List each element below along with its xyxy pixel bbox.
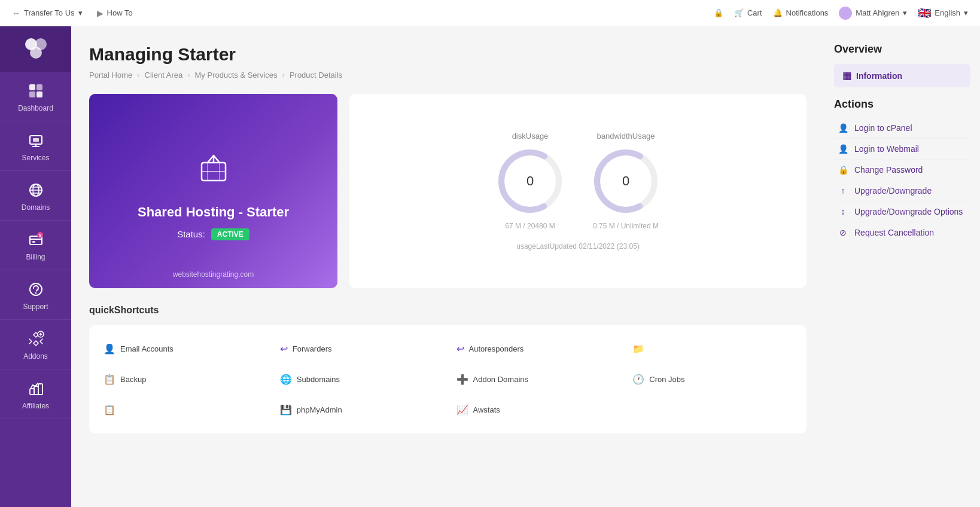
- breadcrumb: Portal Home › Client Area › My Products …: [89, 71, 806, 80]
- user-nav[interactable]: Matt Ahlgren ▾: [839, 7, 907, 20]
- cart-nav[interactable]: 🛒 Cart: [734, 8, 762, 17]
- action-label-upgrade-downgrade: Upgrade/Downgrade: [854, 186, 932, 196]
- request-cancellation-icon: ⊘: [838, 228, 848, 237]
- shortcut-label-autoresponders: Autoresponders: [469, 344, 524, 353]
- bandwidth-gauge: 0: [590, 145, 662, 217]
- backup-icon: 📋: [104, 374, 115, 385]
- sidebar-label-dashboard: Dashboard: [18, 104, 53, 112]
- change-password-icon: 🔒: [838, 165, 848, 175]
- breadcrumb-client[interactable]: Client Area: [145, 71, 183, 80]
- hosting-card-icon: [193, 149, 235, 194]
- bandwidth-label: bandwidthUsage: [597, 132, 655, 141]
- bandwidth-usage-item: bandwidthUsage 0 0.75 M / Unlimited M: [590, 132, 662, 230]
- svg-rect-27: [34, 386, 38, 395]
- bell-icon: 🔔: [773, 8, 783, 17]
- language-label: English: [935, 8, 960, 17]
- login-webmail-icon: 👤: [838, 144, 848, 154]
- shortcut-subdomains[interactable]: 🌐 Subdomains: [272, 368, 448, 391]
- breadcrumb-details[interactable]: Product Details: [290, 71, 342, 80]
- svg-rect-18: [32, 241, 35, 243]
- shortcut-backup[interactable]: 📋 Backup: [95, 368, 272, 391]
- login-cpanel-icon: 👤: [838, 123, 848, 133]
- sidebar-logo[interactable]: [0, 26, 71, 72]
- top-navigation: ↔ Transfer To Us ▾ ▶ How To 🔒 🛒 Cart 🔔 N…: [0, 0, 980, 26]
- action-upgrade-downgrade-options[interactable]: ↕ Upgrade/Downgrade Options: [834, 201, 970, 222]
- shortcut-cron-jobs[interactable]: 🕐 Cron Jobs: [624, 368, 801, 391]
- howto-icon: ▶: [97, 8, 104, 18]
- sidebar-item-affiliates[interactable]: Affiliates: [0, 369, 71, 419]
- shortcut-autoresponders[interactable]: ↩ Autoresponders: [448, 337, 625, 361]
- howto-label: How To: [107, 8, 133, 17]
- phpmyadmin-icon: 💾: [280, 404, 292, 416]
- action-change-password[interactable]: 🔒 Change Password: [834, 160, 970, 181]
- action-upgrade-downgrade[interactable]: ↑ Upgrade/Downgrade: [834, 181, 970, 201]
- user-label: Matt Ahlgren: [856, 8, 899, 17]
- action-label-login-cpanel: Login to cPanel: [854, 123, 912, 133]
- action-label-change-password: Change Password: [854, 165, 923, 175]
- shortcut-folder[interactable]: 📁: [624, 337, 801, 361]
- user-dropdown-icon: ▾: [903, 8, 907, 17]
- flag-icon: 🇬🇧: [918, 7, 931, 20]
- sidebar-item-addons[interactable]: Addons: [0, 320, 71, 369]
- hosting-title: Shared Hosting - Starter: [138, 204, 289, 220]
- shortcuts-title: quickShortcuts: [89, 305, 806, 316]
- right-panel: Overview ▦ Information Actions 👤 Login t…: [824, 26, 980, 507]
- cart-label: Cart: [747, 8, 762, 17]
- information-grid-icon: ▦: [842, 70, 851, 81]
- svg-rect-28: [38, 384, 42, 395]
- shortcut-email-accounts[interactable]: 👤 Email Accounts: [95, 337, 272, 361]
- shortcut-row3-1[interactable]: 📋: [95, 398, 272, 422]
- svg-rect-4: [36, 84, 42, 90]
- shortcut-label-awstats: Awstats: [473, 405, 500, 414]
- sidebar-item-services[interactable]: Services: [0, 121, 71, 171]
- transfer-to-us-nav[interactable]: ↔ Transfer To Us ▾: [12, 8, 83, 18]
- actions-title: Actions: [834, 98, 970, 111]
- sidebar-item-billing[interactable]: $ Billing: [0, 221, 71, 270]
- language-nav[interactable]: 🇬🇧 English ▾: [918, 7, 968, 20]
- row3-1-icon: 📋: [104, 404, 115, 416]
- action-login-cpanel[interactable]: 👤 Login to cPanel: [834, 118, 970, 139]
- svg-point-2: [30, 47, 42, 59]
- sidebar: Dashboard Services Domains: [0, 26, 71, 507]
- status-badge: ACTIVE: [211, 228, 249, 240]
- action-login-webmail[interactable]: 👤 Login to Webmail: [834, 139, 970, 160]
- addon-domains-icon: ➕: [456, 374, 468, 385]
- sidebar-label-addons: Addons: [23, 352, 48, 361]
- sidebar-item-domains[interactable]: Domains: [0, 171, 71, 221]
- user-avatar: [839, 7, 852, 20]
- shortcut-label-backup: Backup: [120, 375, 146, 384]
- disk-value: 0: [526, 173, 534, 189]
- sidebar-item-dashboard[interactable]: Dashboard: [0, 72, 71, 121]
- shortcut-addon-domains[interactable]: ➕ Addon Domains: [448, 368, 625, 391]
- shortcut-phpmyadmin[interactable]: 💾 phpMyAdmin: [272, 398, 448, 422]
- sidebar-item-support[interactable]: Support: [0, 270, 71, 320]
- shortcut-label-subdomains: Subdomains: [297, 375, 340, 384]
- sidebar-label-services: Services: [22, 154, 49, 162]
- breadcrumb-portal[interactable]: Portal Home: [89, 71, 132, 80]
- how-to-nav[interactable]: ▶ How To: [97, 8, 133, 18]
- notifications-nav[interactable]: 🔔 Notifications: [773, 8, 829, 17]
- main-layout: Dashboard Services Domains: [0, 26, 980, 507]
- action-label-upgrade-downgrade-options: Upgrade/Downgrade Options: [854, 207, 963, 216]
- overview-item-information[interactable]: ▦ Information: [834, 64, 970, 87]
- folder-icon: 📁: [632, 343, 644, 355]
- shortcut-forwarders[interactable]: ↩ Forwarders: [272, 337, 448, 361]
- svg-rect-6: [36, 91, 42, 97]
- card-row: Shared Hosting - Starter Status: ACTIVE …: [89, 94, 806, 288]
- action-label-login-webmail: Login to Webmail: [854, 144, 919, 154]
- disk-sub: 67 M / 20480 M: [505, 222, 555, 230]
- breadcrumb-products[interactable]: My Products & Services: [195, 71, 278, 80]
- lock-nav[interactable]: 🔒: [714, 8, 723, 17]
- action-request-cancellation[interactable]: ⊘ Request Cancellation: [834, 222, 970, 243]
- shortcut-awstats[interactable]: 📈 Awstats: [448, 398, 625, 422]
- subdomains-icon: 🌐: [280, 374, 292, 385]
- shortcuts-section: quickShortcuts 👤 Email Accounts ↩ Forwar…: [89, 305, 806, 433]
- overview-title: Overview: [834, 43, 970, 56]
- transfer-label: Transfer To Us: [24, 8, 75, 17]
- shortcut-label-cron-jobs: Cron Jobs: [649, 375, 684, 384]
- disk-usage-item: diskUsage 0 67 M / 20480 M: [494, 132, 566, 230]
- svg-rect-5: [29, 91, 35, 97]
- page-title: Managing Starter: [89, 44, 806, 65]
- svg-point-22: [35, 292, 36, 294]
- svg-rect-3: [29, 84, 35, 90]
